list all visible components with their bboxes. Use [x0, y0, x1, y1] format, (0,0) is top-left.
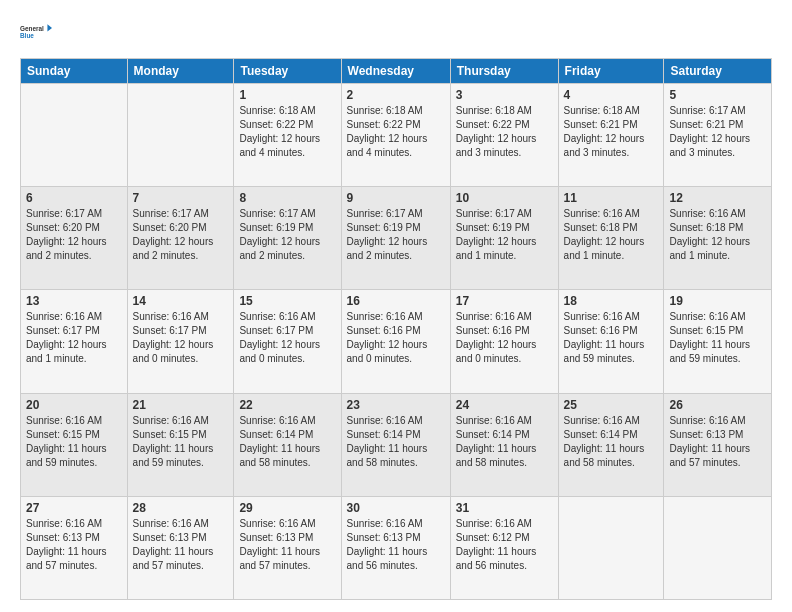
day-info: Sunrise: 6:17 AM Sunset: 6:19 PM Dayligh… — [456, 207, 553, 263]
calendar-cell: 29Sunrise: 6:16 AM Sunset: 6:13 PM Dayli… — [234, 496, 341, 599]
calendar-cell — [127, 84, 234, 187]
calendar-cell: 6Sunrise: 6:17 AM Sunset: 6:20 PM Daylig… — [21, 187, 128, 290]
day-number: 31 — [456, 501, 553, 515]
day-info: Sunrise: 6:18 AM Sunset: 6:22 PM Dayligh… — [456, 104, 553, 160]
calendar-cell: 9Sunrise: 6:17 AM Sunset: 6:19 PM Daylig… — [341, 187, 450, 290]
day-info: Sunrise: 6:17 AM Sunset: 6:19 PM Dayligh… — [239, 207, 335, 263]
calendar-cell — [558, 496, 664, 599]
day-info: Sunrise: 6:16 AM Sunset: 6:17 PM Dayligh… — [26, 310, 122, 366]
calendar-cell: 1Sunrise: 6:18 AM Sunset: 6:22 PM Daylig… — [234, 84, 341, 187]
day-number: 26 — [669, 398, 766, 412]
calendar-cell: 16Sunrise: 6:16 AM Sunset: 6:16 PM Dayli… — [341, 290, 450, 393]
page-header: General Blue — [20, 16, 772, 48]
day-info: Sunrise: 6:17 AM Sunset: 6:21 PM Dayligh… — [669, 104, 766, 160]
calendar-week-row: 20Sunrise: 6:16 AM Sunset: 6:15 PM Dayli… — [21, 393, 772, 496]
calendar-cell: 13Sunrise: 6:16 AM Sunset: 6:17 PM Dayli… — [21, 290, 128, 393]
calendar-cell: 8Sunrise: 6:17 AM Sunset: 6:19 PM Daylig… — [234, 187, 341, 290]
day-info: Sunrise: 6:17 AM Sunset: 6:20 PM Dayligh… — [26, 207, 122, 263]
day-number: 18 — [564, 294, 659, 308]
day-number: 10 — [456, 191, 553, 205]
day-number: 20 — [26, 398, 122, 412]
calendar-cell: 11Sunrise: 6:16 AM Sunset: 6:18 PM Dayli… — [558, 187, 664, 290]
calendar-cell — [664, 496, 772, 599]
day-number: 21 — [133, 398, 229, 412]
day-info: Sunrise: 6:16 AM Sunset: 6:18 PM Dayligh… — [669, 207, 766, 263]
calendar-week-row: 13Sunrise: 6:16 AM Sunset: 6:17 PM Dayli… — [21, 290, 772, 393]
day-number: 29 — [239, 501, 335, 515]
svg-text:Blue: Blue — [20, 32, 34, 39]
calendar-cell: 19Sunrise: 6:16 AM Sunset: 6:15 PM Dayli… — [664, 290, 772, 393]
weekday-header-friday: Friday — [558, 59, 664, 84]
calendar-cell: 17Sunrise: 6:16 AM Sunset: 6:16 PM Dayli… — [450, 290, 558, 393]
calendar-cell: 28Sunrise: 6:16 AM Sunset: 6:13 PM Dayli… — [127, 496, 234, 599]
day-info: Sunrise: 6:16 AM Sunset: 6:15 PM Dayligh… — [26, 414, 122, 470]
weekday-header-tuesday: Tuesday — [234, 59, 341, 84]
day-number: 6 — [26, 191, 122, 205]
day-number: 8 — [239, 191, 335, 205]
weekday-header-wednesday: Wednesday — [341, 59, 450, 84]
calendar-cell: 24Sunrise: 6:16 AM Sunset: 6:14 PM Dayli… — [450, 393, 558, 496]
calendar-week-row: 6Sunrise: 6:17 AM Sunset: 6:20 PM Daylig… — [21, 187, 772, 290]
day-info: Sunrise: 6:16 AM Sunset: 6:14 PM Dayligh… — [347, 414, 445, 470]
day-info: Sunrise: 6:16 AM Sunset: 6:14 PM Dayligh… — [456, 414, 553, 470]
calendar-cell: 22Sunrise: 6:16 AM Sunset: 6:14 PM Dayli… — [234, 393, 341, 496]
calendar-week-row: 27Sunrise: 6:16 AM Sunset: 6:13 PM Dayli… — [21, 496, 772, 599]
svg-text:General: General — [20, 25, 44, 32]
calendar-cell: 15Sunrise: 6:16 AM Sunset: 6:17 PM Dayli… — [234, 290, 341, 393]
day-number: 4 — [564, 88, 659, 102]
calendar-header-row: SundayMondayTuesdayWednesdayThursdayFrid… — [21, 59, 772, 84]
weekday-header-thursday: Thursday — [450, 59, 558, 84]
calendar-cell — [21, 84, 128, 187]
day-number: 19 — [669, 294, 766, 308]
calendar-cell: 7Sunrise: 6:17 AM Sunset: 6:20 PM Daylig… — [127, 187, 234, 290]
day-info: Sunrise: 6:16 AM Sunset: 6:16 PM Dayligh… — [456, 310, 553, 366]
day-number: 22 — [239, 398, 335, 412]
day-info: Sunrise: 6:16 AM Sunset: 6:13 PM Dayligh… — [347, 517, 445, 573]
day-info: Sunrise: 6:16 AM Sunset: 6:15 PM Dayligh… — [133, 414, 229, 470]
day-number: 3 — [456, 88, 553, 102]
logo: General Blue — [20, 16, 52, 48]
calendar-table: SundayMondayTuesdayWednesdayThursdayFrid… — [20, 58, 772, 600]
day-number: 2 — [347, 88, 445, 102]
calendar-cell: 14Sunrise: 6:16 AM Sunset: 6:17 PM Dayli… — [127, 290, 234, 393]
day-number: 23 — [347, 398, 445, 412]
day-info: Sunrise: 6:16 AM Sunset: 6:14 PM Dayligh… — [564, 414, 659, 470]
day-number: 30 — [347, 501, 445, 515]
day-number: 7 — [133, 191, 229, 205]
day-info: Sunrise: 6:16 AM Sunset: 6:14 PM Dayligh… — [239, 414, 335, 470]
calendar-cell: 12Sunrise: 6:16 AM Sunset: 6:18 PM Dayli… — [664, 187, 772, 290]
svg-marker-2 — [47, 24, 52, 31]
calendar-cell: 23Sunrise: 6:16 AM Sunset: 6:14 PM Dayli… — [341, 393, 450, 496]
day-number: 16 — [347, 294, 445, 308]
day-info: Sunrise: 6:16 AM Sunset: 6:18 PM Dayligh… — [564, 207, 659, 263]
day-number: 28 — [133, 501, 229, 515]
day-number: 13 — [26, 294, 122, 308]
calendar-cell: 10Sunrise: 6:17 AM Sunset: 6:19 PM Dayli… — [450, 187, 558, 290]
calendar-cell: 4Sunrise: 6:18 AM Sunset: 6:21 PM Daylig… — [558, 84, 664, 187]
day-number: 12 — [669, 191, 766, 205]
calendar-cell: 18Sunrise: 6:16 AM Sunset: 6:16 PM Dayli… — [558, 290, 664, 393]
day-number: 27 — [26, 501, 122, 515]
day-number: 5 — [669, 88, 766, 102]
day-number: 24 — [456, 398, 553, 412]
day-info: Sunrise: 6:16 AM Sunset: 6:17 PM Dayligh… — [239, 310, 335, 366]
calendar-cell: 26Sunrise: 6:16 AM Sunset: 6:13 PM Dayli… — [664, 393, 772, 496]
calendar-cell: 25Sunrise: 6:16 AM Sunset: 6:14 PM Dayli… — [558, 393, 664, 496]
day-info: Sunrise: 6:17 AM Sunset: 6:20 PM Dayligh… — [133, 207, 229, 263]
weekday-header-monday: Monday — [127, 59, 234, 84]
day-info: Sunrise: 6:16 AM Sunset: 6:13 PM Dayligh… — [133, 517, 229, 573]
calendar-cell: 21Sunrise: 6:16 AM Sunset: 6:15 PM Dayli… — [127, 393, 234, 496]
weekday-header-saturday: Saturday — [664, 59, 772, 84]
weekday-header-sunday: Sunday — [21, 59, 128, 84]
calendar-cell: 5Sunrise: 6:17 AM Sunset: 6:21 PM Daylig… — [664, 84, 772, 187]
day-number: 17 — [456, 294, 553, 308]
day-info: Sunrise: 6:18 AM Sunset: 6:21 PM Dayligh… — [564, 104, 659, 160]
day-number: 1 — [239, 88, 335, 102]
day-info: Sunrise: 6:16 AM Sunset: 6:17 PM Dayligh… — [133, 310, 229, 366]
day-info: Sunrise: 6:16 AM Sunset: 6:16 PM Dayligh… — [347, 310, 445, 366]
day-number: 11 — [564, 191, 659, 205]
day-info: Sunrise: 6:17 AM Sunset: 6:19 PM Dayligh… — [347, 207, 445, 263]
day-number: 15 — [239, 294, 335, 308]
day-info: Sunrise: 6:18 AM Sunset: 6:22 PM Dayligh… — [347, 104, 445, 160]
logo-icon: General Blue — [20, 16, 52, 48]
